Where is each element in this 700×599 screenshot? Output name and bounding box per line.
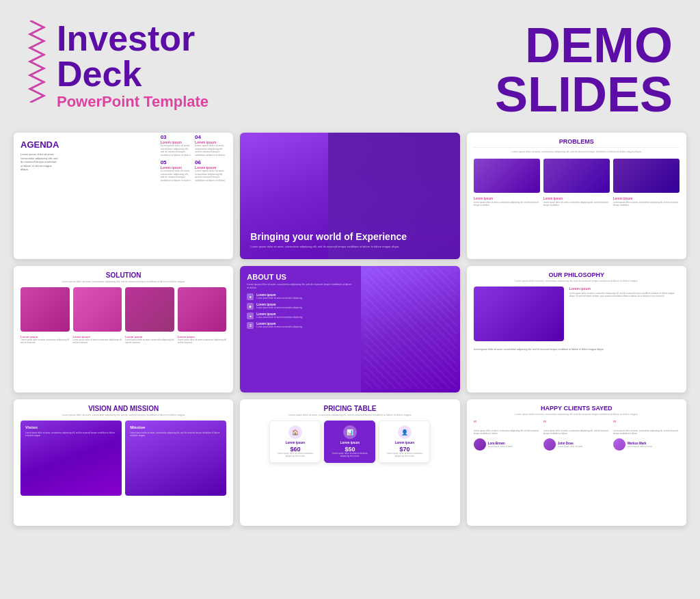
solution-label-2: Lorem ipsum Lorem ipsum dolor sit amet c… bbox=[73, 335, 122, 345]
agenda-body-text: Lorem ipsum dolor sit amet, consectetur … bbox=[21, 152, 58, 172]
client-1-avatar bbox=[474, 438, 486, 451]
solution-card-4 bbox=[178, 287, 227, 332]
demo-title: DEMO SLIDES bbox=[495, 21, 673, 119]
zigzag-decoration bbox=[27, 21, 46, 103]
solution-label-4: Lorem ipsum Lorem ipsum dolor sit amet c… bbox=[178, 335, 227, 345]
client-1-details: Lora Brown Lorem ipsum dolor sit amet. bbox=[488, 442, 513, 448]
about-item-4: $ Lorem ipsum Lorem ipsum dolor sit amet… bbox=[247, 322, 354, 329]
client-2-details: John Dose Lorem ipsum dolor sit amet. bbox=[558, 442, 583, 448]
problem-1-label: Lorem ipsum Lorem ipsum dolor sit amet, … bbox=[474, 197, 540, 207]
solution-card-2 bbox=[73, 287, 122, 332]
pricing-icon-1: 🏠 bbox=[288, 425, 302, 439]
about-icon-2: ◆ bbox=[247, 303, 254, 310]
about-item-3: ● Lorem ipsum Lorem ipsum dolor sit amet… bbox=[247, 312, 354, 319]
agenda-item-5: 05 Lorem ipsum Lorem ipsum dolor sit ame… bbox=[161, 159, 192, 182]
pricing-title: PRICING TABLE bbox=[247, 405, 453, 412]
pricing-icon-2: 📊 bbox=[343, 425, 357, 439]
problems-images bbox=[474, 159, 679, 193]
vision-content: Vision Lorem ipsum dolor sit amet, conse… bbox=[21, 421, 226, 496]
about-item-3-text: Lorem ipsum Lorem ipsum dolor sit amet c… bbox=[256, 312, 303, 319]
philosophy-item-text: Lorem ipsum dolor sit amet, consectetur … bbox=[569, 292, 679, 297]
slides-grid: AGENDA Lorem ipsum dolor sit amet, conse… bbox=[0, 133, 700, 540]
about-right-image bbox=[361, 266, 460, 392]
quote-icon-2: " bbox=[543, 420, 610, 428]
client-2-avatar bbox=[543, 438, 556, 451]
agenda-item-4: 04 Lorem ipsum Lorem ipsum dolor sit ame… bbox=[195, 134, 226, 157]
solution-title: SOLUTION bbox=[21, 271, 226, 279]
problems-title: PROBLEMS bbox=[474, 138, 679, 148]
solution-card-1 bbox=[21, 287, 70, 332]
about-icon-4: $ bbox=[247, 322, 254, 329]
title-line1: Investor Deck bbox=[57, 21, 208, 92]
about-item-4-text: Lorem ipsum Lorem ipsum dolor sit amet c… bbox=[256, 322, 303, 329]
solution-card-3 bbox=[125, 287, 174, 332]
slide-about: ABOUT US Lorem ipsum dolor sit amet, con… bbox=[240, 266, 459, 392]
client-2-info: John Dose Lorem ipsum dolor sit amet. bbox=[543, 438, 610, 451]
client-3-info: Markus Mark Lorem ipsum dolor sit amet. bbox=[613, 438, 679, 451]
about-icon-1: ★ bbox=[247, 293, 254, 300]
client-1-info: Lora Brown Lorem ipsum dolor sit amet. bbox=[474, 438, 540, 451]
slide-problems: PROBLEMS Lorem ipsum dolor sit amet, con… bbox=[467, 133, 686, 259]
client-2: " Lorem ipsum dolor sit amet, consectetu… bbox=[543, 420, 610, 451]
client-1: " Lorem ipsum dolor sit amet, consectetu… bbox=[474, 420, 540, 451]
about-title: ABOUT US bbox=[247, 273, 354, 281]
slide-clients: HAPPY CLIENTS SAYED Lorem ipsum dolor si… bbox=[467, 399, 686, 526]
pricing-subtitle: Lorem ipsum dolor sit amet, consectetur … bbox=[247, 414, 453, 416]
vision-col-1: Vision Lorem ipsum dolor sit amet, conse… bbox=[21, 421, 122, 496]
pricing-cards: 🏠 Lorem ipsum $60 Lorem ipsum dolor sit … bbox=[247, 421, 453, 463]
clients-title: HAPPY CLIENTS SAYED bbox=[474, 405, 679, 412]
philosophy-right: Lorem ipsum Lorem ipsum dolor sit amet, … bbox=[569, 287, 679, 345]
problem-2-label: Lorem ipsum Lorem ipsum dolor sit amet, … bbox=[543, 197, 610, 207]
vision-subtitle: Lorem ipsum dolor sit amet, consectetur … bbox=[21, 414, 226, 416]
philosophy-subtitle: Lorem ipsum dolor sit amet, consectetur … bbox=[474, 280, 679, 282]
client-3: " Lorem ipsum dolor sit amet, consectetu… bbox=[613, 420, 679, 451]
vision-col-2: Mission Lorem ipsum dolor sit amet, cons… bbox=[125, 421, 226, 496]
agenda-title: AGENDA bbox=[21, 139, 120, 150]
problems-labels: Lorem ipsum Lorem ipsum dolor sit amet, … bbox=[474, 197, 679, 207]
bringing-title: Bringing your world of Experience bbox=[250, 231, 449, 243]
philosophy-image bbox=[474, 287, 564, 341]
about-item-1: ★ Lorem ipsum Lorem ipsum dolor sit amet… bbox=[247, 293, 354, 300]
quote-icon-3: " bbox=[613, 420, 679, 428]
philosophy-item-title: Lorem ipsum bbox=[569, 287, 679, 291]
vision-title: VISION AND MISSION bbox=[21, 405, 226, 412]
slide-philosophy: OUR PHILOSOPHY Lorem ipsum dolor sit ame… bbox=[467, 266, 686, 392]
pricing-card-1: 🏠 Lorem ipsum $60 Lorem ipsum dolor sit … bbox=[269, 421, 321, 463]
pricing-icon-3: 👤 bbox=[398, 425, 412, 439]
philosophy-bottom-text: Lorem ipsum dolor sit amet, consectetur … bbox=[474, 348, 679, 351]
agenda-item-6: 06 Lorem ipsum Lorem ipsum dolor sit ame… bbox=[195, 159, 226, 182]
slide-vision: VISION AND MISSION Lorem ipsum dolor sit… bbox=[14, 399, 233, 526]
problems-subtitle: Lorem ipsum dolor sit amet, consectetur … bbox=[474, 150, 679, 153]
solution-label-3: Lorem ipsum Lorem ipsum dolor sit amet c… bbox=[125, 335, 174, 345]
about-icon-3: ● bbox=[247, 312, 254, 319]
solution-cards bbox=[21, 287, 226, 332]
header-left: Investor Deck PowerPoint Template bbox=[27, 21, 208, 111]
pricing-card-3: 👤 Lorem ipsum $70 Lorem ipsum dolor sit … bbox=[379, 421, 430, 463]
about-item-2-text: Lorem ipsum Lorem ipsum dolor sit amet c… bbox=[256, 303, 303, 310]
about-item-2: ◆ Lorem ipsum Lorem ipsum dolor sit amet… bbox=[247, 303, 354, 310]
philosophy-left bbox=[474, 287, 564, 345]
clients-subtitle: Lorem ipsum dolor sit amet, consectetur … bbox=[474, 413, 679, 416]
about-item-1-text: Lorem ipsum Lorem ipsum dolor sit amet c… bbox=[256, 293, 303, 300]
solution-label-1: Lorem ipsum Lorem ipsum dolor sit amet c… bbox=[21, 335, 70, 345]
about-subtitle: Lorem ipsum dolor sit amet, consectetur … bbox=[247, 283, 354, 289]
solution-subtitle: Lorem ipsum dolor sit amet, consectetur … bbox=[21, 280, 226, 283]
about-left-panel: ABOUT US Lorem ipsum dolor sit amet, con… bbox=[240, 266, 361, 392]
agenda-items: 01 Lorem ipsum Lorem ipsum dolor sit ame… bbox=[161, 133, 227, 183]
title-block: Investor Deck PowerPoint Template bbox=[57, 21, 208, 111]
problem-3-label: Lorem ipsum Lorem ipsum dolor sit amet, … bbox=[613, 197, 679, 207]
client-3-details: Markus Mark Lorem ipsum dolor sit amet. bbox=[628, 442, 653, 448]
philosophy-title: OUR PHILOSOPHY bbox=[474, 271, 679, 278]
problem-image-3 bbox=[613, 159, 679, 193]
bringing-text: Lorem ipsum dolor sit amet, consectetur … bbox=[250, 245, 449, 249]
agenda-item-3: 03 Lorem ipsum Lorem ipsum dolor sit ame… bbox=[161, 134, 192, 157]
page-header: Investor Deck PowerPoint Template DEMO S… bbox=[0, 0, 700, 133]
quote-icon-1: " bbox=[474, 420, 540, 428]
slide-solution: SOLUTION Lorem ipsum dolor sit amet, con… bbox=[14, 266, 233, 392]
title-subtitle: PowerPoint Template bbox=[57, 93, 208, 111]
solution-labels: Lorem ipsum Lorem ipsum dolor sit amet c… bbox=[21, 335, 226, 345]
slide-bringing: Bringing your world of Experience Lorem … bbox=[240, 133, 459, 259]
client-3-avatar bbox=[613, 438, 625, 451]
slide-agenda: AGENDA Lorem ipsum dolor sit amet, conse… bbox=[14, 133, 233, 259]
pricing-card-featured: 📊 Lorem ipsum $50 Lorem ipsum dolor sit … bbox=[324, 421, 375, 463]
